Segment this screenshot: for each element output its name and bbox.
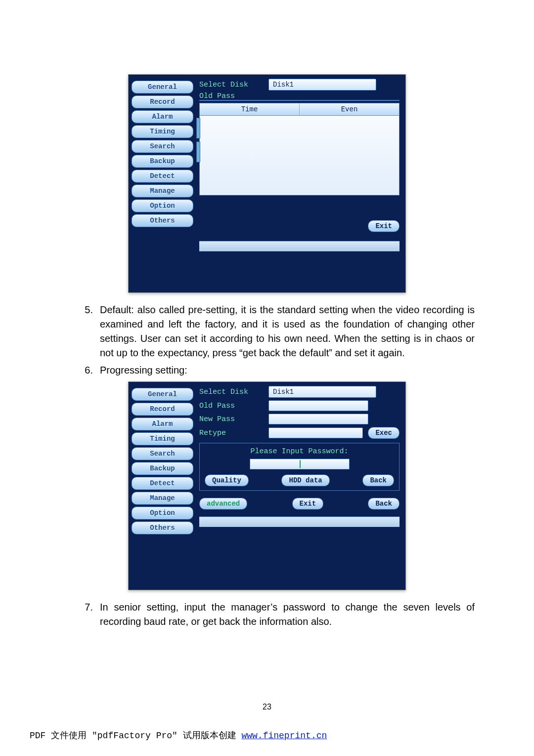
quality-button[interactable]: Quality bbox=[205, 474, 249, 486]
retype-label: Retype bbox=[199, 429, 264, 437]
tab-general[interactable]: General bbox=[132, 388, 193, 401]
tab-option[interactable]: Option bbox=[132, 199, 193, 212]
select-disk-label: Select Disk bbox=[199, 81, 264, 89]
select-disk-dropdown[interactable]: Disk1 bbox=[268, 386, 376, 398]
tab-timing[interactable]: Timing bbox=[132, 432, 193, 445]
old-pass-label: Old Pass bbox=[199, 402, 264, 410]
page-number: 23 bbox=[0, 703, 534, 711]
list-num-5: 5. bbox=[79, 303, 93, 360]
exit-button-2[interactable]: Exit bbox=[292, 498, 324, 510]
hdd-data-button[interactable]: HDD data bbox=[281, 474, 329, 486]
dvr-screenshot-2: General Record Alarm Timing Search Backu… bbox=[128, 381, 406, 590]
tab-manage[interactable]: Manage bbox=[132, 185, 193, 197]
tab-search[interactable]: Search bbox=[132, 140, 193, 153]
side-tabs: General Record Alarm Timing Search Backu… bbox=[129, 75, 196, 292]
tab-others[interactable]: Others bbox=[132, 214, 193, 227]
new-pass-input[interactable] bbox=[268, 414, 368, 425]
exec-button[interactable]: Exec bbox=[368, 427, 400, 439]
tab-record[interactable]: Record bbox=[132, 403, 193, 416]
divider bbox=[199, 100, 400, 101]
list-text-5: Default: also called pre-setting, it is … bbox=[100, 303, 475, 360]
tab-backup[interactable]: Backup bbox=[132, 462, 193, 475]
advanced-button[interactable]: advanced bbox=[199, 498, 247, 510]
back-button-2[interactable]: Back bbox=[368, 498, 400, 510]
old-pass-truncated: Old Pass bbox=[199, 92, 400, 99]
new-pass-label: New Pass bbox=[199, 415, 264, 424]
password-panel: Please Input Password: Quality HDD data … bbox=[199, 443, 400, 491]
old-pass-input[interactable] bbox=[268, 400, 368, 411]
status-bar-2 bbox=[199, 517, 400, 527]
list-text-6: Progressing setting: bbox=[100, 363, 187, 378]
password-prompt: Please Input Password: bbox=[205, 447, 394, 456]
tab-general[interactable]: General bbox=[132, 81, 193, 94]
tab-manage[interactable]: Manage bbox=[132, 492, 193, 505]
back-button[interactable]: Back bbox=[362, 474, 394, 486]
th-even: Even bbox=[300, 103, 399, 115]
scrollbar-cue[interactable] bbox=[196, 118, 200, 139]
tab-option[interactable]: Option bbox=[132, 507, 193, 520]
status-bar bbox=[199, 241, 400, 251]
password-input[interactable] bbox=[250, 459, 350, 470]
tab-detect[interactable]: Detect bbox=[132, 170, 193, 183]
side-tabs-2: General Record Alarm Timing Search Backu… bbox=[129, 382, 196, 590]
select-disk-dropdown[interactable]: Disk1 bbox=[268, 79, 376, 91]
tab-search[interactable]: Search bbox=[132, 447, 193, 460]
list-text-7: In senior setting, input the manager’s p… bbox=[100, 600, 475, 629]
retype-input[interactable] bbox=[268, 427, 363, 438]
list-num-7: 7. bbox=[79, 600, 93, 629]
list-num-6: 6. bbox=[79, 363, 93, 378]
tab-alarm[interactable]: Alarm bbox=[132, 418, 193, 430]
pdf-footer: PDF 文件使用 "pdfFactory Pro" 试用版本创建 www.fin… bbox=[30, 729, 327, 741]
table-header: Time Even bbox=[199, 103, 400, 116]
th-time: Time bbox=[200, 103, 300, 115]
tab-backup[interactable]: Backup bbox=[132, 155, 193, 168]
exit-button[interactable]: Exit bbox=[368, 220, 400, 232]
scrollbar-cue-2[interactable] bbox=[196, 142, 200, 162]
tab-record[interactable]: Record bbox=[132, 95, 193, 108]
tab-timing[interactable]: Timing bbox=[132, 125, 193, 138]
footer-prefix: PDF 文件使用 "pdfFactory Pro" 试用版本创建 bbox=[30, 731, 241, 741]
tab-detect[interactable]: Detect bbox=[132, 477, 193, 490]
table-body bbox=[199, 116, 400, 195]
footer-link[interactable]: www.fineprint.cn bbox=[241, 731, 327, 741]
tab-alarm[interactable]: Alarm bbox=[132, 110, 193, 123]
dvr-screenshot-1: General Record Alarm Timing Search Backu… bbox=[128, 74, 406, 293]
tab-others[interactable]: Others bbox=[132, 521, 193, 534]
caret bbox=[300, 460, 301, 468]
select-disk-label: Select Disk bbox=[199, 388, 264, 396]
